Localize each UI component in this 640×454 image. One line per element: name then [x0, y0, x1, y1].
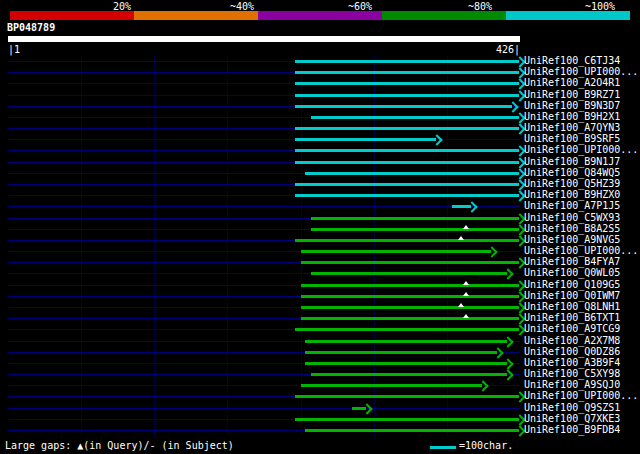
alignment-bar[interactable]	[305, 172, 519, 175]
alignment-bar[interactable]	[295, 183, 519, 186]
hit-label[interactable]: UniRef100_UPI000...	[524, 144, 638, 155]
alignment-bar[interactable]	[295, 239, 519, 242]
hit-label[interactable]: UniRef100_Q7XKE3	[524, 413, 620, 424]
alignment-bar[interactable]	[305, 351, 497, 354]
arrow-right-icon	[431, 135, 442, 146]
alignment-bar[interactable]	[305, 362, 507, 365]
hit-label[interactable]: UniRef100_A3B9F4	[524, 357, 620, 368]
hit-label[interactable]: UniRef100_B9H2X1	[524, 111, 620, 122]
alignment-bar[interactable]	[295, 82, 519, 85]
alignment-bar[interactable]	[295, 60, 519, 63]
hit-label[interactable]: UniRef100_Q0IWM7	[524, 290, 620, 301]
gridline	[301, 55, 302, 437]
arrow-right-icon	[502, 336, 513, 347]
alignment-bar[interactable]	[295, 138, 436, 141]
hit-label[interactable]: UniRef100_B6TXT1	[524, 312, 620, 323]
alignment-bar[interactable]	[301, 295, 519, 298]
arrow-right-icon	[507, 101, 518, 112]
arrow-right-icon	[493, 347, 504, 358]
gridline	[374, 55, 375, 437]
hit-label[interactable]: UniRef100_Q0DZ86	[524, 346, 620, 357]
row-baseline	[8, 139, 520, 140]
alignment-bar[interactable]	[295, 328, 519, 331]
alignment-bar[interactable]	[295, 149, 519, 152]
alignment-bar[interactable]	[301, 250, 491, 253]
gap-triangle-icon	[463, 292, 469, 296]
hit-label[interactable]: UniRef100_UPI000...	[524, 390, 638, 401]
gaps-legend: Large gaps: ▲(in Query)/- (in Subject)	[5, 440, 234, 451]
arrow-right-icon	[502, 269, 513, 280]
hit-label[interactable]: UniRef100_C5WX93	[524, 212, 620, 223]
hit-label[interactable]: UniRef100_B9N3D7	[524, 100, 620, 111]
alignment-bar[interactable]	[301, 261, 519, 264]
scale-legend-text: =100char.	[459, 440, 513, 451]
alignment-bar[interactable]	[311, 217, 519, 220]
alignment-bar[interactable]	[295, 105, 511, 108]
alignment-bar[interactable]	[295, 395, 519, 398]
hit-label[interactable]: UniRef100_A9NVG5	[524, 234, 620, 245]
gridline	[447, 55, 448, 437]
arrow-right-icon	[487, 246, 498, 257]
hit-label[interactable]: UniRef100_A2X7M8	[524, 335, 620, 346]
hit-label[interactable]: UniRef100_Q9SZS1	[524, 402, 620, 413]
alignment-bar[interactable]	[301, 306, 519, 309]
row-baseline	[8, 408, 520, 409]
gridline	[227, 55, 228, 437]
hit-label[interactable]: UniRef100_C5XY98	[524, 368, 620, 379]
alignment-bar[interactable]	[305, 340, 507, 343]
alignment-bar[interactable]	[305, 429, 519, 432]
alignment-bar[interactable]	[301, 317, 519, 320]
hit-label[interactable]: UniRef100_UPI000...	[524, 66, 638, 77]
alignment-bar[interactable]	[301, 284, 519, 287]
arrow-right-icon	[466, 202, 477, 213]
hit-label[interactable]: UniRef100_B9N1J7	[524, 156, 620, 167]
hit-label[interactable]: UniRef100_Q8LNH1	[524, 301, 620, 312]
gap-triangle-icon	[463, 314, 469, 318]
hit-label[interactable]: UniRef100_UPI000...	[524, 245, 638, 256]
hit-label[interactable]: UniRef100_Q84WQ5	[524, 167, 620, 178]
arrow-right-icon	[502, 358, 513, 369]
hit-label[interactable]: UniRef100_B9SRF5	[524, 133, 620, 144]
hit-label[interactable]: UniRef100_A2O4R1	[524, 77, 620, 88]
hit-label[interactable]: UniRef100_B9HZX0	[524, 189, 620, 200]
gap-triangle-icon	[463, 225, 469, 229]
alignment-bar[interactable]	[311, 272, 507, 275]
hit-label[interactable]: UniRef100_Q5HZ39	[524, 178, 620, 189]
hit-label[interactable]: UniRef100_B8A2S5	[524, 223, 620, 234]
gridline	[81, 55, 82, 437]
alignment-bar[interactable]	[301, 384, 481, 387]
gap-triangle-icon	[463, 281, 469, 285]
gap-triangle-icon	[458, 236, 464, 240]
hit-label[interactable]: UniRef100_A7QYN3	[524, 122, 620, 133]
alignment-bar[interactable]	[295, 94, 519, 97]
arrow-right-icon	[502, 369, 513, 380]
alignment-bar[interactable]	[295, 161, 519, 164]
row-baseline	[8, 206, 520, 207]
hit-label[interactable]: UniRef100_B9FDB4	[524, 424, 620, 435]
hit-label[interactable]: UniRef100_A7P1J5	[524, 200, 620, 211]
hit-label[interactable]: UniRef100_B9RZ71	[524, 89, 620, 100]
arrow-right-icon	[477, 381, 488, 392]
hit-label[interactable]: UniRef100_B4FYA7	[524, 256, 620, 267]
alignment-bar[interactable]	[295, 418, 519, 421]
blast-overview-screen: 20%~40%~60%~80%~100% BP048789 |1 426| Un…	[0, 0, 640, 454]
alignment-bar[interactable]	[295, 71, 519, 74]
alignment-bar[interactable]	[295, 127, 519, 130]
alignment-bar[interactable]	[311, 116, 519, 119]
hit-label[interactable]: UniRef100_A9TCG9	[524, 323, 620, 334]
alignment-plot: UniRef100_C6TJ34UniRef100_UPI000...UniRe…	[0, 0, 640, 454]
alignment-bar[interactable]	[311, 373, 507, 376]
gridline	[154, 55, 155, 437]
arrow-right-icon	[362, 403, 373, 414]
hit-label[interactable]: UniRef100_Q0WL05	[524, 267, 620, 278]
gap-triangle-icon	[458, 303, 464, 307]
hit-label[interactable]: UniRef100_C6TJ34	[524, 55, 620, 66]
alignment-bar[interactable]	[311, 228, 519, 231]
hit-label[interactable]: UniRef100_Q109G5	[524, 279, 620, 290]
hit-label[interactable]: UniRef100_A9SQJ0	[524, 379, 620, 390]
alignment-bar[interactable]	[295, 194, 519, 197]
scale-legend-line-icon	[430, 446, 456, 449]
